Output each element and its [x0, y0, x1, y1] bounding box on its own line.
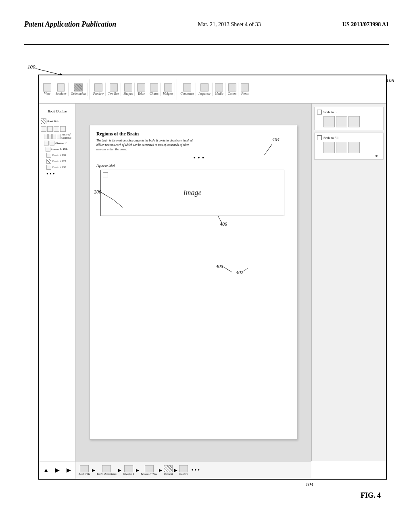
sidebar-row-3: Chapter 1	[44, 141, 73, 145]
ref-131: 131	[62, 154, 66, 157]
image-checkbox[interactable]	[103, 172, 108, 177]
breadcrumb-booktitle[interactable]: Book Title	[79, 465, 90, 476]
sidebar-forward-arrow[interactable]: ▶	[55, 467, 60, 474]
ref-106: 106	[386, 77, 394, 84]
inspector-checkbox-fill[interactable]	[317, 135, 322, 140]
image-placeholder-label: Image	[184, 189, 202, 197]
sidebar-back-arrow[interactable]: ▲	[43, 467, 49, 474]
colors-label: Colors	[228, 92, 237, 96]
page-heading: Regions of the Brain	[96, 131, 290, 137]
inspector-scale-fit-row: Scale to fit	[317, 110, 381, 114]
comments-icon[interactable]	[183, 83, 191, 91]
shapes-icon[interactable]	[124, 83, 132, 91]
scale-fit-box-2[interactable]	[336, 116, 347, 127]
page: Patent Application Publication Mar. 21, …	[0, 0, 413, 532]
ref-104: 104	[306, 481, 314, 488]
toolbar-group-widgets: Widgets	[161, 83, 175, 96]
sidebar-row-1	[41, 126, 73, 132]
fonts-icon[interactable]	[241, 83, 249, 91]
content-label-133: Content	[52, 166, 61, 169]
toolbar-group-textbox: Text Box	[106, 83, 121, 96]
sidebar-rows: Table of Contents Chapter 1 Lesson 1: Ti…	[41, 126, 73, 177]
toolbar-group-inspector: Inspector	[197, 83, 213, 96]
inspector-scale-section-1: Scale to fit	[314, 107, 384, 130]
breadcrumb-chapter[interactable]: Chapter 1	[123, 465, 134, 476]
comments-label: Comments	[180, 92, 194, 96]
charts-label: Charts	[150, 92, 159, 96]
inspector-icon[interactable]	[200, 83, 209, 91]
toolbar-group-media: Media	[213, 83, 225, 96]
colors-icon[interactable]	[228, 83, 236, 91]
toolbar-group-preview: Preview	[92, 83, 106, 96]
toolbar-group-orientation: Orientation	[69, 83, 88, 96]
charts-icon[interactable]	[150, 83, 158, 91]
breadcrumb-arrow-2: ▶	[118, 468, 121, 472]
view-label: View	[44, 92, 50, 96]
sidebar-items: Book Title Table of Con	[41, 118, 73, 461]
page-dots: •••	[193, 154, 290, 162]
fig-label: FIG. 4	[361, 491, 381, 500]
scale-fill-box-2[interactable]	[336, 142, 347, 153]
sidebar-forward-arrow2[interactable]: ▶	[67, 467, 71, 474]
sections-icon[interactable]	[57, 83, 65, 91]
content-label-122: Content	[52, 160, 61, 163]
toolbar-group-shapes: Shapes	[122, 83, 135, 96]
scale-fill-box-1[interactable]	[323, 142, 335, 153]
breadcrumb-toc[interactable]: Table of Contents	[97, 465, 117, 476]
right-inspector-panel: Scale to fit Scale to fill	[311, 104, 386, 461]
page-canvas: Regions of the Brain The brain is the mo…	[75, 104, 311, 461]
page-caption: Figure n: label	[96, 164, 290, 168]
scale-fit-box-1[interactable]	[323, 116, 335, 127]
sheet-info: Mar. 21, 2013 Sheet 4 of 33	[198, 21, 261, 28]
toolbar-group-comments: Comments	[179, 83, 196, 96]
content-label-131: Content	[52, 154, 61, 157]
media-label: Media	[215, 92, 223, 96]
inspector-scale-section-2: Scale to fill	[314, 133, 384, 160]
toolbar-divider-2	[177, 79, 177, 100]
table-icon[interactable]	[137, 83, 145, 91]
inspector-label: Inspector	[198, 92, 211, 96]
toolbar-group-sections: Sections	[54, 83, 69, 96]
app-window: View Sections Orientation	[38, 75, 387, 480]
sidebar-row-4: Lesson 1: Title	[46, 147, 73, 152]
preview-label: Preview	[93, 92, 104, 96]
toolbar-top: View Sections Orientation	[39, 75, 386, 104]
toolbar-group-colors: Colors	[226, 83, 239, 96]
toolbar-group-fonts: Fonts	[239, 83, 250, 96]
breadcrumb-content-hatched[interactable]: Content	[164, 465, 173, 476]
breadcrumb-lesson[interactable]: Lesson 1: Title	[141, 465, 157, 476]
sidebar-nav-dots: •••	[46, 171, 73, 177]
preview-icon[interactable]	[94, 83, 102, 91]
page-document: Regions of the Brain The brain is the mo…	[90, 125, 297, 440]
sidebar-row-content2: Content 122	[46, 159, 73, 164]
toc-label: Table of Contents	[61, 133, 73, 139]
breadcrumb-arrow-5: ▶	[174, 468, 177, 472]
orientation-icon[interactable]	[74, 83, 83, 91]
scale-fit-box-3[interactable]	[348, 116, 360, 127]
page-body-text: The brain is the most complex organ in t…	[96, 139, 197, 152]
inspector-scale-fill-row: Scale to fill	[317, 135, 381, 140]
view-icon-1[interactable]	[43, 83, 51, 91]
toolbar-group-table: Table	[136, 83, 147, 96]
breadcrumb-content-2[interactable]: Content	[179, 465, 188, 476]
media-icon[interactable]	[215, 83, 223, 91]
table-label: Table	[138, 92, 145, 96]
sidebar: Book Outline Book Title	[39, 104, 75, 479]
sidebar-row-content3: Content 133	[46, 165, 73, 170]
breadcrumb-dots: •••	[192, 467, 201, 474]
textbox-icon[interactable]	[110, 83, 118, 91]
header-divider	[24, 44, 389, 45]
sidebar-item-book-title[interactable]: Book Title	[41, 118, 73, 124]
book-title-label: Book Outline	[48, 109, 67, 113]
ref-100-arrow	[27, 60, 68, 77]
sidebar-bottom-nav: ▲ ▶ ▶	[39, 461, 75, 479]
scale-fill-box-3[interactable]	[348, 142, 360, 153]
inspector-dot	[375, 155, 378, 157]
scale-to-fill-label: Scale to fill	[323, 136, 338, 140]
widgets-icon[interactable]	[164, 83, 172, 91]
inspector-checkbox-fit[interactable]	[317, 110, 322, 114]
toolbar-group-charts: Charts	[148, 83, 161, 96]
breadcrumb-arrow-4: ▶	[159, 468, 162, 472]
ref-122: 122	[62, 160, 66, 163]
orientation-label: Orientation	[71, 92, 86, 96]
